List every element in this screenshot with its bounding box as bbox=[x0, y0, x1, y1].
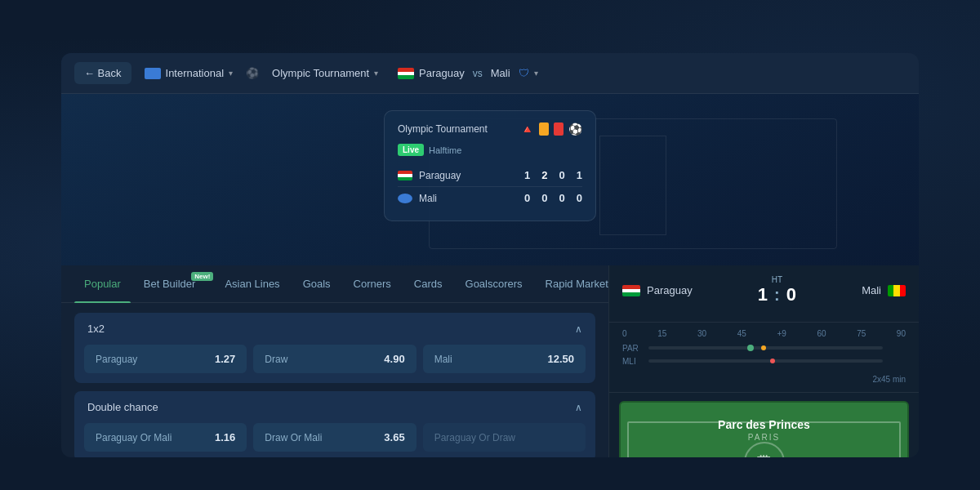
tab-corners[interactable]: Corners bbox=[344, 265, 401, 303]
mli-timeline-row: MLI bbox=[622, 354, 906, 368]
nav-separator: ⚽ bbox=[246, 67, 259, 79]
bet-label-draw-mali: Draw Or Mali bbox=[265, 432, 322, 443]
paraguay-score4: 1 bbox=[577, 169, 582, 181]
min-75: 75 bbox=[857, 329, 866, 338]
venue-name: Parc des Princes bbox=[718, 418, 810, 431]
tab-goalscorers[interactable]: Goalscorers bbox=[456, 265, 532, 303]
halftime-text: Halftime bbox=[429, 145, 461, 155]
tab-popular[interactable]: Popular bbox=[74, 265, 131, 303]
bet-odds-par-mali: 1.16 bbox=[215, 431, 235, 443]
new-badge: New! bbox=[191, 272, 213, 281]
score-card-header: Olympic Tournament 🔺 ⚽ bbox=[398, 122, 582, 136]
mali-flag-right bbox=[888, 285, 906, 296]
mali-name-right: Mali bbox=[862, 284, 881, 296]
score-display: HT 1 : 0 bbox=[758, 275, 796, 305]
nav-region[interactable]: International ▾ bbox=[138, 64, 240, 82]
chevron-down-icon: ▾ bbox=[374, 69, 378, 78]
collapse-icon: ∧ bbox=[575, 402, 582, 413]
bet-odds-draw-mali: 3.65 bbox=[384, 431, 404, 443]
match-summary: Paraguay HT 1 : 0 Mali bbox=[609, 265, 919, 323]
bet-odds-draw: 4.90 bbox=[384, 353, 404, 365]
tournament-label: Olympic Tournament bbox=[272, 67, 369, 79]
main-container: ← Back International ▾ ⚽ Olympic Tournam… bbox=[61, 53, 919, 457]
tab-corners-label: Corners bbox=[354, 278, 391, 290]
bet-section-1x2-header[interactable]: 1x2 ∧ bbox=[74, 313, 595, 345]
min-60: 60 bbox=[817, 329, 826, 338]
paraguay-score3: 0 bbox=[559, 169, 565, 181]
par-card-event bbox=[761, 345, 766, 350]
tab-cards[interactable]: Cards bbox=[404, 265, 452, 303]
tab-popular-label: Popular bbox=[84, 278, 121, 290]
tab-rapid-markets[interactable]: Rapid Markets bbox=[536, 265, 608, 303]
timeline-minutes: 0 15 30 45 +9 60 75 90 bbox=[622, 329, 906, 338]
min-30: 30 bbox=[697, 329, 706, 338]
bet-option-par-draw: Paraguay Or Draw bbox=[423, 423, 586, 452]
score-1: 1 bbox=[758, 284, 768, 305]
bet-options-double-chance: Paraguay Or Mali 1.16 Draw Or Mali 3.65 … bbox=[74, 423, 595, 457]
min-45: 45 bbox=[737, 329, 746, 338]
paraguay-flag-right bbox=[622, 285, 640, 296]
tab-bet-builder[interactable]: Bet Builder New! bbox=[134, 265, 212, 303]
par-goal-event bbox=[747, 345, 754, 351]
time-info: 2x45 min bbox=[872, 375, 906, 384]
bet-option-mali[interactable]: Mali 12.50 bbox=[423, 345, 586, 373]
mali-score1: 0 bbox=[524, 192, 530, 204]
bet-label-paraguay: Paraguay bbox=[96, 354, 137, 365]
pitch-center-circle bbox=[744, 442, 785, 457]
par-label: PAR bbox=[622, 344, 642, 353]
collapse-icon: ∧ bbox=[575, 323, 582, 335]
back-button[interactable]: ← Back bbox=[74, 62, 131, 84]
bet-option-draw[interactable]: Draw 4.90 bbox=[253, 345, 416, 373]
par-timeline-row: PAR bbox=[622, 341, 906, 354]
team1-label: Paraguay bbox=[419, 67, 465, 79]
mali-score4: 0 bbox=[577, 192, 582, 204]
min-plus9: +9 bbox=[777, 329, 786, 338]
vs-label: vs bbox=[473, 68, 483, 79]
mali-score3: 0 bbox=[559, 192, 565, 204]
tab-asian-lines-label: Asian Lines bbox=[225, 278, 279, 290]
score-card-icons: 🔺 ⚽ bbox=[520, 122, 582, 136]
tab-rapid-markets-label: Rapid Markets bbox=[546, 278, 608, 290]
tab-cards-label: Cards bbox=[414, 278, 443, 290]
mli-track bbox=[648, 359, 883, 363]
bet-option-paraguay[interactable]: Paraguay 1.27 bbox=[84, 345, 247, 373]
shield-icon: 🛡 bbox=[519, 67, 529, 79]
min-0: 0 bbox=[622, 329, 627, 338]
ht-label: HT bbox=[758, 275, 796, 284]
match-summary-teams: Paraguay HT 1 : 0 Mali bbox=[622, 275, 906, 305]
mali-score-row: Mali 0 0 0 0 bbox=[398, 186, 582, 209]
paraguay-name-right: Paraguay bbox=[647, 284, 693, 296]
pitch-container: Parc des Princes PARIS 🏟 47929 CAPACITY bbox=[609, 393, 919, 457]
bet-odds-paraguay: 1.27 bbox=[215, 353, 235, 365]
tab-asian-lines[interactable]: Asian Lines bbox=[215, 265, 289, 303]
bet-label-mali: Mali bbox=[434, 354, 452, 365]
nav-tournament[interactable]: Olympic Tournament ▾ bbox=[265, 64, 385, 82]
score-divider: : bbox=[774, 286, 780, 305]
paraguay-name: Paraguay bbox=[419, 170, 518, 181]
bet-section-1x2: 1x2 ∧ Paraguay 1.27 Draw 4.90 M bbox=[74, 313, 595, 383]
left-panel: Popular Bet Builder New! Asian Lines Goa… bbox=[61, 265, 608, 457]
bet-option-draw-mali[interactable]: Draw Or Mali 3.65 bbox=[253, 423, 416, 452]
min-90: 90 bbox=[897, 329, 906, 338]
mali-scores: 0 0 0 0 bbox=[524, 192, 582, 204]
top-navigation: ← Back International ▾ ⚽ Olympic Tournam… bbox=[61, 53, 919, 94]
score-card: Olympic Tournament 🔺 ⚽ Live Halftime Par… bbox=[384, 110, 596, 221]
tab-goalscorers-label: Goalscorers bbox=[466, 278, 523, 290]
bet-section-dc-header[interactable]: Double chance ∧ bbox=[74, 391, 595, 423]
region-label: International bbox=[166, 67, 225, 79]
bet-label-draw: Draw bbox=[265, 354, 287, 365]
team2-label: Mali bbox=[491, 67, 510, 79]
chevron-down-icon: ▾ bbox=[229, 69, 233, 78]
mali-score2: 0 bbox=[541, 192, 547, 204]
mali-flag-small bbox=[398, 194, 412, 203]
par-track bbox=[648, 346, 883, 350]
bet-section-double-chance: Double chance ∧ Paraguay Or Mali 1.16 Dr… bbox=[74, 391, 595, 457]
nav-teams[interactable]: Paraguay vs Mali 🛡 ▾ bbox=[391, 64, 545, 82]
score-card-title: Olympic Tournament bbox=[398, 123, 488, 135]
bet-section-1x2-title: 1x2 bbox=[87, 323, 105, 335]
team1-info: Paraguay bbox=[622, 284, 693, 296]
paraguay-scores: 1 2 0 1 bbox=[524, 169, 582, 181]
chevron-down-icon: ▾ bbox=[534, 69, 538, 78]
bet-option-par-mali[interactable]: Paraguay Or Mali 1.16 bbox=[84, 423, 247, 452]
tab-goals[interactable]: Goals bbox=[293, 265, 341, 303]
